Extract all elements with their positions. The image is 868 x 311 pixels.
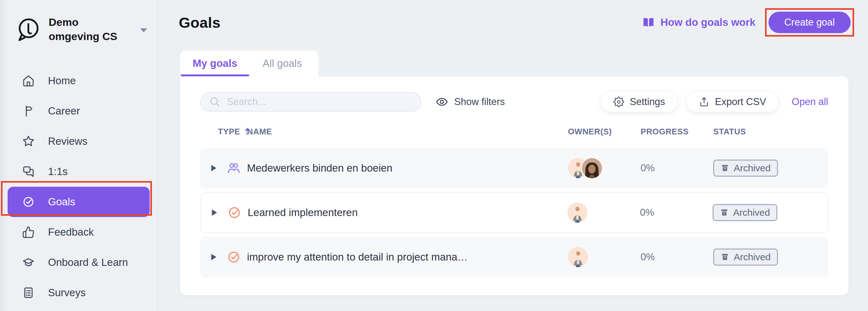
table-row[interactable]: Medewerkers binden en boeien 0%: [200, 148, 828, 188]
signpost-icon: [22, 105, 35, 117]
sidebar-item-surveys[interactable]: Surveys: [7, 278, 150, 308]
goal-name: improve my attention to detail in projec…: [247, 251, 568, 263]
status-badge: Archived: [713, 204, 777, 221]
owners-avatars: [568, 247, 641, 267]
progress-value: 0%: [641, 251, 713, 263]
chevron-down-icon: [140, 28, 148, 34]
app-root: Demo omgeving CS Home Career: [0, 0, 868, 311]
annotation-create-goal-highlight: Create goal: [765, 8, 854, 37]
owners-avatars: [568, 158, 641, 178]
status-label: Archived: [734, 252, 771, 263]
sidebar-item-label: Feedback: [48, 226, 94, 238]
expand-row-icon[interactable]: [211, 209, 227, 216]
avatar: [582, 158, 602, 178]
export-csv-button[interactable]: Export CSV: [686, 92, 779, 112]
page-title: Goals: [179, 14, 220, 31]
open-book-icon: [642, 16, 655, 29]
settings-label: Settings: [630, 96, 665, 108]
goal-name: Learned implementeren: [248, 207, 567, 218]
sidebar-item-label: Home: [48, 75, 76, 87]
sidebar-item-label: 1:1s: [48, 166, 68, 178]
individual-goal-icon: [227, 250, 247, 264]
star-icon: [22, 135, 35, 148]
sidebar-item-reviews[interactable]: Reviews: [7, 126, 150, 157]
status-badge: Archived: [713, 160, 778, 177]
goals-tabs: My goals All goals: [180, 50, 318, 76]
how-goals-work-label: How do goals work: [660, 16, 755, 28]
workspace-switcher[interactable]: Demo omgeving CS: [0, 0, 157, 52]
individual-goal-icon: [227, 206, 248, 219]
avatar: [567, 203, 588, 223]
gear-icon: [613, 97, 624, 107]
archive-icon: [720, 164, 729, 173]
column-header-progress: PROGRESS: [641, 127, 713, 137]
create-goal-button[interactable]: Create goal: [769, 12, 850, 33]
eye-icon: [436, 96, 448, 108]
expand-row-icon[interactable]: [210, 164, 227, 172]
search-box: [200, 92, 422, 112]
tab-my-goals[interactable]: My goals: [180, 50, 250, 76]
sidebar-item-career[interactable]: Career: [7, 96, 150, 126]
column-header-owners: OWNER(S): [568, 127, 641, 137]
search-icon: [209, 96, 220, 108]
sidebar-item-label: Reviews: [48, 135, 88, 147]
sidebar: Demo omgeving CS Home Career: [0, 0, 158, 311]
table-row[interactable]: improve my attention to detail in projec…: [200, 237, 828, 277]
home-icon: [22, 74, 35, 87]
table-header: TYPE NAME OWNER(S) PROGRESS STATUS: [200, 127, 828, 137]
sidebar-item-goals[interactable]: Goals: [7, 187, 150, 217]
how-goals-work-link[interactable]: How do goals work: [642, 16, 755, 29]
sidebar-item-label: Goals: [48, 196, 75, 208]
archive-icon: [720, 208, 729, 217]
thumbs-up-icon: [22, 226, 35, 238]
sidebar-nav: Home Career Reviews 1:1s: [0, 52, 157, 308]
sidebar-item-home[interactable]: Home: [7, 66, 150, 96]
archive-icon: [720, 253, 729, 262]
sidebar-item-label: Onboard & Learn: [48, 256, 128, 268]
column-header-status: STATUS: [713, 127, 828, 137]
open-all-link[interactable]: Open all: [792, 96, 828, 108]
sidebar-item-feedback[interactable]: Feedback: [7, 217, 150, 247]
progress-value: 0%: [640, 207, 713, 218]
chat-bubbles-icon: [22, 165, 35, 178]
show-filters-label: Show filters: [454, 96, 505, 108]
toolbar: Show filters Settings Export CSV Open al…: [200, 92, 828, 112]
export-csv-label: Export CSV: [715, 96, 766, 108]
search-input[interactable]: [227, 96, 412, 108]
table-rows: Medewerkers binden en boeien 0%: [200, 148, 828, 277]
goals-panel: Show filters Settings Export CSV Open al…: [180, 76, 848, 295]
sidebar-item-label: Surveys: [48, 287, 86, 299]
status-badge: Archived: [713, 248, 778, 266]
column-header-type[interactable]: TYPE: [218, 127, 247, 137]
goal-target-icon: [22, 196, 35, 208]
owners-avatars: [567, 203, 640, 223]
main-content: Goals How do goals work Create goal My g…: [158, 0, 868, 311]
tab-all-goals[interactable]: All goals: [250, 50, 315, 76]
page-header: Goals How do goals work Create goal: [158, 0, 868, 37]
progress-value: 0%: [641, 163, 713, 174]
goals-table: TYPE NAME OWNER(S) PROGRESS STATUS: [200, 127, 828, 277]
goal-name: Medewerkers binden en boeien: [247, 162, 568, 174]
status-label: Archived: [733, 207, 770, 218]
expand-row-icon[interactable]: [210, 253, 227, 261]
workspace-name: Demo omgeving CS: [49, 15, 131, 43]
graduation-cap-icon: [22, 256, 35, 269]
learned-logo-icon: [16, 17, 40, 42]
survey-list-icon: [22, 286, 35, 299]
avatar: [568, 247, 588, 267]
sidebar-item-onboard-learn[interactable]: Onboard & Learn: [7, 247, 150, 278]
export-icon: [699, 97, 709, 107]
status-label: Archived: [734, 163, 771, 173]
show-filters-button[interactable]: Show filters: [436, 96, 505, 108]
sidebar-item-1on1s[interactable]: 1:1s: [7, 157, 150, 187]
column-header-name: NAME: [247, 127, 568, 137]
team-goal-icon: [227, 161, 247, 175]
table-row[interactable]: Learned implementeren 0% Archived: [200, 193, 828, 233]
sidebar-item-label: Career: [48, 105, 80, 117]
settings-button[interactable]: Settings: [601, 92, 678, 112]
